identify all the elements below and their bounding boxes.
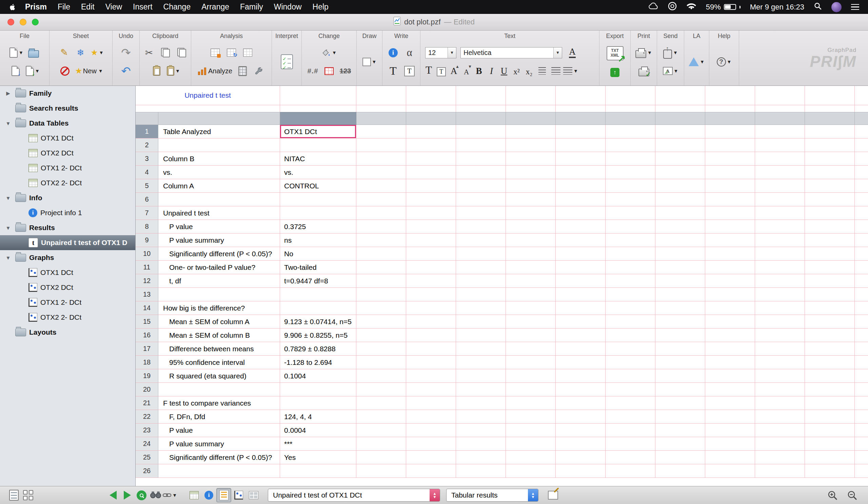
sidebar-item-project-info-1[interactable]: iProject info 1 <box>0 205 135 220</box>
grid-cell-empty[interactable] <box>456 464 506 478</box>
grid-cell-empty[interactable] <box>855 233 868 247</box>
apple-menu-icon[interactable] <box>9 3 16 11</box>
grid-cell-empty[interactable] <box>506 274 556 288</box>
cut-icon[interactable]: ✂ <box>143 46 155 59</box>
row-number-cell[interactable]: 4 <box>136 165 158 179</box>
grid-cell-empty[interactable] <box>755 206 805 220</box>
sidebar-item-otx2-dct[interactable]: OTX2 DCt <box>0 280 135 295</box>
grid-cell-empty[interactable] <box>805 369 855 383</box>
grid-cell-empty[interactable] <box>406 220 456 233</box>
grid-cell-empty[interactable] <box>356 315 406 329</box>
grid-cell-empty[interactable] <box>705 125 755 139</box>
grid-cell-empty[interactable] <box>705 424 755 437</box>
grid-cell-empty[interactable] <box>606 165 655 179</box>
row-label-cell[interactable]: P value summary <box>158 233 280 247</box>
text-frame-icon[interactable]: T <box>436 65 447 77</box>
save-file-icon[interactable]: ↓▼ <box>26 64 40 77</box>
export-graph-icon[interactable]: ↑ <box>609 66 621 79</box>
grid-cell-empty[interactable] <box>506 424 556 437</box>
font-color-icon[interactable]: A <box>566 46 578 59</box>
grid-cell-empty[interactable] <box>755 86 805 105</box>
row-label-cell[interactable] <box>158 383 280 396</box>
menu-file[interactable]: File <box>52 2 76 11</box>
menu-insert[interactable]: Insert <box>127 2 158 11</box>
grid-cell-empty[interactable] <box>855 274 868 288</box>
grid-cell-empty[interactable] <box>606 383 655 396</box>
grid-cell-empty[interactable] <box>805 356 855 369</box>
grid-cell-empty[interactable] <box>506 329 556 342</box>
row-number-cell[interactable]: 14 <box>136 301 158 315</box>
disclosure-down-icon[interactable]: ▼ <box>4 225 12 231</box>
grid-cell-empty[interactable] <box>606 424 655 437</box>
grid-cell-empty[interactable] <box>705 152 755 165</box>
grid-cell-empty[interactable] <box>406 437 456 451</box>
grid-cell-empty[interactable] <box>406 105 456 112</box>
redo-icon[interactable]: ↷ <box>120 46 132 59</box>
disclosure-down-icon[interactable]: ▼ <box>4 195 12 201</box>
grid-cell-empty[interactable] <box>805 274 855 288</box>
row-number-cell[interactable]: 22 <box>136 410 158 424</box>
exclude-values-icon[interactable]: 123 <box>339 64 352 77</box>
grid-cell-empty[interactable] <box>356 233 406 247</box>
grid-cell-empty[interactable] <box>456 451 506 464</box>
grid-cell-empty[interactable] <box>606 152 655 165</box>
grid-cell-empty[interactable] <box>506 288 556 301</box>
grid-cell-empty[interactable] <box>406 247 456 261</box>
disclosure-down-icon[interactable]: ▼ <box>4 121 12 126</box>
row-number-cell[interactable]: 21 <box>136 396 158 410</box>
grid-cell-empty[interactable] <box>655 179 705 193</box>
row-number-cell[interactable]: 11 <box>136 261 158 274</box>
grid-cell-empty[interactable] <box>556 193 606 206</box>
grid-cell-empty[interactable] <box>556 247 606 261</box>
sidebar-item-info[interactable]: ▼Info <box>0 190 135 205</box>
grid-cell-empty[interactable] <box>606 301 655 315</box>
print-icon[interactable]: ▼ <box>636 46 652 59</box>
grid-cell-empty[interactable] <box>855 152 868 165</box>
grid-cell-empty[interactable] <box>506 369 556 383</box>
decimal-format-icon[interactable]: #.# <box>307 64 319 77</box>
underline-button[interactable]: U <box>498 65 510 77</box>
grid-cell-empty[interactable] <box>456 165 506 179</box>
grid-cell-empty[interactable] <box>356 86 406 105</box>
grid-cell-empty[interactable] <box>755 220 805 233</box>
grid-cell-empty[interactable] <box>556 152 606 165</box>
grid-cell-empty[interactable] <box>556 342 606 356</box>
row-value-cell[interactable]: 0.1004 <box>280 369 356 383</box>
grid-cell-empty[interactable] <box>655 206 705 220</box>
grid-cell-empty[interactable] <box>456 369 506 383</box>
row-value-cell[interactable]: t=0.9447 df=8 <box>280 274 356 288</box>
empty-column-header[interactable] <box>556 112 606 125</box>
grid-cell-empty[interactable] <box>855 179 868 193</box>
grid-cell-empty[interactable] <box>556 179 606 193</box>
grid-cell-empty[interactable] <box>655 437 705 451</box>
row-value-cell[interactable]: 9.123 ± 0.07414, n=5 <box>280 315 356 329</box>
grid-cell-empty[interactable] <box>406 315 456 329</box>
menu-arrange[interactable]: Arrange <box>196 2 235 11</box>
grid-cell-empty[interactable] <box>606 206 655 220</box>
grid-cell-empty[interactable] <box>556 383 606 396</box>
grid-cell-empty[interactable] <box>805 105 855 112</box>
grid-cell-empty[interactable] <box>705 247 755 261</box>
grid-cell-empty[interactable] <box>705 342 755 356</box>
paste-icon[interactable] <box>151 64 163 77</box>
grid-cell-empty[interactable] <box>456 396 506 410</box>
grid-cell-empty[interactable] <box>655 451 705 464</box>
row-value-cell[interactable] <box>280 193 356 206</box>
grid-cell-empty[interactable] <box>855 193 868 206</box>
gallery-view-icon[interactable] <box>21 488 35 502</box>
grid-cell-empty[interactable] <box>406 356 456 369</box>
linked-sheets-icon[interactable]: ▼ <box>163 488 177 502</box>
grid-cell-empty[interactable] <box>705 396 755 410</box>
row-number-cell[interactable]: 10 <box>136 247 158 261</box>
grid-cell-empty[interactable] <box>406 125 456 139</box>
view-selector-stepper[interactable]: ▲▼ <box>528 489 538 501</box>
grid-cell-empty[interactable] <box>606 356 655 369</box>
grid-cell-empty[interactable] <box>356 410 406 424</box>
corner-header-cell[interactable] <box>136 112 158 125</box>
row-value-cell[interactable]: 0.7829 ± 0.8288 <box>280 342 356 356</box>
decrease-font-icon[interactable]: A▼ <box>461 65 472 77</box>
grid-cell-empty[interactable] <box>406 424 456 437</box>
grid-cell-empty[interactable] <box>406 86 456 105</box>
grid-cell-empty[interactable] <box>805 165 855 179</box>
grid-cell-empty[interactable] <box>705 206 755 220</box>
